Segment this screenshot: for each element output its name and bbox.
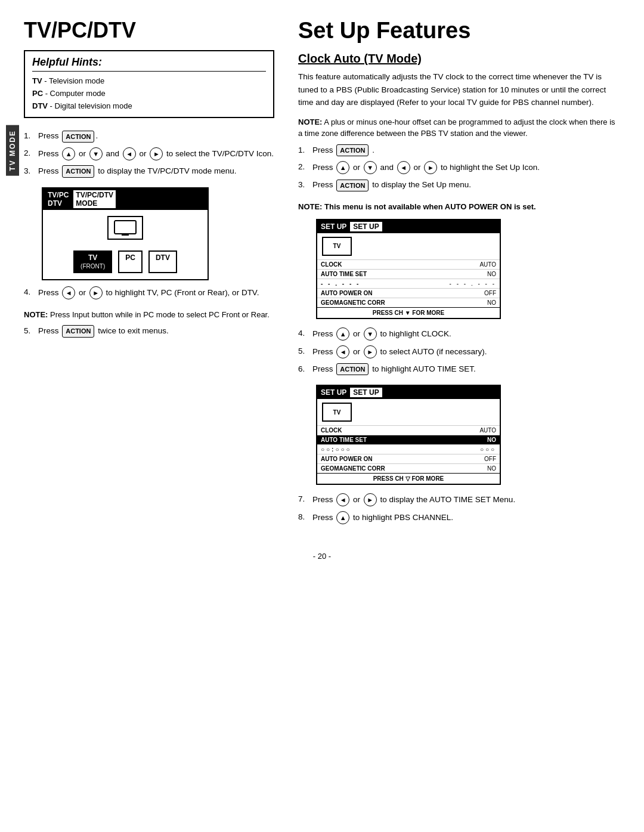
left-icon: ◄ [123,147,136,160]
left-icon-2: ◄ [62,286,75,299]
left-step5-list: 5. Press ACTION twice to exit menus. [24,325,274,338]
right-step-4: 4. Press ▲ or ▼ to highlight CLOCK. [298,327,620,341]
right-step-2: 2. Press ▲ or ▼ and ◄ or ► to highlight … [298,161,620,174]
setup-header-left-2: SET UP [321,388,346,397]
menu-title-bar: TV/PCDTV TV/PC/DTVMODE [43,188,208,210]
up-icon-r8: ▲ [336,511,349,524]
right-step-3: 3. Press ACTION to display the Set Up me… [298,179,620,191]
table-row: GEOMAGNETIC CORR NO [317,298,500,307]
setup-header-left: SET UP [321,222,346,231]
table-row: CLOCK AUTO [317,426,500,435]
menu-option-dtv: DTV [148,250,177,273]
down-icon-r: ▼ [364,161,377,174]
page-container: TV MODE TV/PC/DTV Helpful Hints: TV - Te… [24,18,620,534]
down-icon-r4: ▼ [364,327,377,341]
right-icon-r5: ► [364,345,377,358]
right-title: Set Up Features [298,18,620,44]
setup-footer-2: PRESS CH ▽ FOR MORE [317,473,500,484]
right-step-6: 6. Press ACTION to highlight AUTO TIME S… [298,363,620,376]
menu-option-tv: TV(FRONT) [73,250,112,273]
table-row-highlighted: AUTO TIME SET NO [317,435,500,445]
left-steps-after: 4. Press ◄ or ► to highlight TV, PC (Fro… [24,286,274,299]
table-row: GEOMAGNETIC CORR NO [317,464,500,474]
menu-option-sub: (FRONT) [80,263,105,270]
page-number: - 20 - [24,552,620,561]
right-note2: NOTE: This menu is not available when AU… [298,201,620,213]
setup-table-2: CLOCK AUTO AUTO TIME SET NO ○○:○○○ ○○○ A… [317,425,500,473]
action-btn-r6: ACTION [336,363,369,376]
svg-rect-1 [122,234,129,236]
setup-header-1: SET UP SET UP [317,220,500,233]
left-step-3: 3. Press ACTION to display the TV/PC/DTV… [24,165,274,178]
tv-svg [113,219,137,236]
setup-footer-1: PRESS CH ▼ FOR MORE [317,307,500,318]
right-step-5: 5. Press ◄ or ► to select AUTO (if neces… [298,345,620,358]
right-icon-r7: ► [364,493,377,506]
action-button-icon-3: ACTION [62,325,94,338]
down-icon: ▼ [89,147,103,160]
left-step-4: 4. Press ◄ or ► to highlight TV, PC (Fro… [24,286,274,299]
left-note1: NOTE: Press Input button while in PC mod… [24,309,274,321]
tv-mode-sidebar: TV MODE [6,125,19,176]
setup-header-selected: SET UP [350,222,382,231]
action-btn-r1: ACTION [336,144,369,157]
right-steps-after: 4. Press ▲ or ▼ to highlight CLOCK. 5. P… [298,327,620,376]
up-icon-r: ▲ [336,161,349,174]
table-row: CLOCK AUTO [317,259,500,269]
left-icon-r5: ◄ [336,345,349,358]
menu-options-row: TV(FRONT) PC DTV [49,250,202,273]
menu-title-selected: TV/PC/DTVMODE [73,190,116,208]
setup-tv-icon-1: TV [322,237,352,256]
right-steps-list: 1. Press ACTION . 2. Press ▲ or ▼ and ◄ … [298,144,620,191]
left-icon-r: ◄ [397,161,410,174]
right-note-main: NOTE: A plus or minus one-hour offset ca… [298,116,620,140]
menu-body: TV(FRONT) PC DTV [43,210,208,279]
setup-header-selected-2: SET UP [350,388,382,397]
up-icon-r4: ▲ [336,327,349,341]
action-btn-r3: ACTION [336,180,369,192]
description-text: This feature automatically adjusts the T… [298,70,620,109]
table-row: AUTO POWER ON OFF [317,288,500,298]
right-step-8: 8. Press ▲ to highlight PBS CHANNEL. [298,511,620,524]
up-icon: ▲ [62,147,75,160]
left-column: TV MODE TV/PC/DTV Helpful Hints: TV - Te… [24,18,274,534]
right-icon: ► [150,147,163,160]
right-step-7: 7. Press ◄ or ► to display the AUTO TIME… [298,493,620,506]
setup-table-1: CLOCK AUTO AUTO TIME SET NO - - . - - - … [317,259,500,307]
table-row: ○○:○○○ ○○○ [317,445,500,454]
left-icon-r7: ◄ [336,493,349,506]
setup-tv-icon-2: TV [322,403,352,422]
menu-title-left: TV/PCDTV [48,191,69,208]
svg-rect-0 [114,221,136,234]
left-step-5: 5. Press ACTION twice to exit menus. [24,325,274,338]
table-row: - - . - - - - - - . - - - [317,279,500,288]
right-icon-2: ► [89,286,103,299]
setup-diagram-1: SET UP SET UP TV CLOCK AUTO AUTO TIME SE… [316,219,501,319]
tvpc-menu-diagram: TV/PCDTV TV/PC/DTVMODE TV(FRONT) PC DTV [42,187,209,280]
right-icon-r: ► [424,161,437,174]
action-button-icon: ACTION [62,131,94,143]
right-steps-final: 7. Press ◄ or ► to display the AUTO TIME… [298,493,620,524]
left-title: TV/PC/DTV [24,18,274,43]
menu-tv-icon [107,216,143,240]
right-step-1: 1. Press ACTION . [298,144,620,157]
left-steps-list: 1. Press ACTION. 2. Press ▲ or ▼ and ◄ o… [24,130,274,177]
helpful-hints-content: TV - Television mode PC - Computer mode … [32,75,266,112]
helpful-hints-box: Helpful Hints: TV - Television mode PC -… [24,50,274,118]
right-column: Set Up Features Clock Auto (TV Mode) Thi… [298,18,620,534]
section-title: Clock Auto (TV Mode) [298,52,620,66]
table-row: AUTO TIME SET NO [317,269,500,279]
left-step-1: 1. Press ACTION. [24,130,274,143]
helpful-hints-heading: Helpful Hints: [32,56,266,72]
setup-header-2: SET UP SET UP [317,386,500,399]
table-row: AUTO POWER ON OFF [317,454,500,464]
setup-diagram-2: SET UP SET UP TV CLOCK AUTO AUTO TIME SE… [316,385,501,485]
left-step-2: 2. Press ▲ or ▼ and ◄ or ► to select the… [24,147,274,160]
action-button-icon-2: ACTION [62,165,94,178]
menu-option-pc: PC [118,250,143,273]
